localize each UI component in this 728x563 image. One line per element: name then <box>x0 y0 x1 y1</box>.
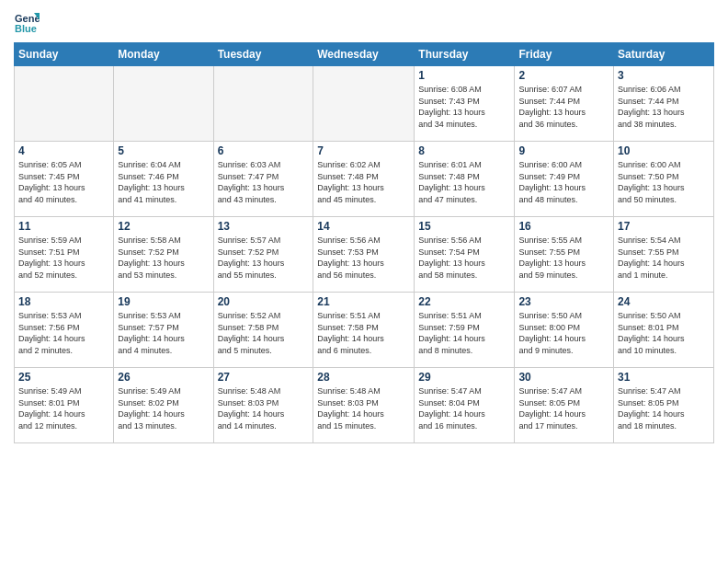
day-number: 5 <box>118 144 209 157</box>
calendar-cell: 15Sunrise: 5:56 AM Sunset: 7:54 PM Dayli… <box>415 217 515 293</box>
calendar-table: SundayMondayTuesdayWednesdayThursdayFrid… <box>14 42 714 443</box>
day-info: Sunrise: 5:48 AM Sunset: 8:03 PM Dayligh… <box>317 385 410 431</box>
day-number: 28 <box>317 371 410 384</box>
calendar-cell: 23Sunrise: 5:50 AM Sunset: 8:00 PM Dayli… <box>515 293 614 368</box>
calendar-cell <box>213 66 313 142</box>
day-number: 6 <box>218 144 310 157</box>
day-number: 3 <box>618 69 710 82</box>
day-info: Sunrise: 5:48 AM Sunset: 8:03 PM Dayligh… <box>218 385 310 431</box>
day-info: Sunrise: 5:50 AM Sunset: 8:00 PM Dayligh… <box>518 310 609 356</box>
calendar-cell <box>313 66 415 142</box>
weekday-sunday: Sunday <box>15 43 114 66</box>
day-info: Sunrise: 5:54 AM Sunset: 7:55 PM Dayligh… <box>618 235 710 281</box>
day-number: 4 <box>18 144 109 157</box>
day-info: Sunrise: 5:55 AM Sunset: 7:55 PM Dayligh… <box>518 235 609 281</box>
day-number: 15 <box>418 220 510 233</box>
day-number: 27 <box>218 371 310 384</box>
week-row-1: 4Sunrise: 6:05 AM Sunset: 7:45 PM Daylig… <box>15 142 714 217</box>
weekday-header-row: SundayMondayTuesdayWednesdayThursdayFrid… <box>15 43 714 66</box>
header: General Blue <box>14 9 714 35</box>
weekday-wednesday: Wednesday <box>313 43 415 66</box>
calendar-cell: 25Sunrise: 5:49 AM Sunset: 8:01 PM Dayli… <box>15 368 114 443</box>
page: General Blue SundayMondayTuesdayWednesda… <box>0 0 728 563</box>
calendar-cell: 14Sunrise: 5:56 AM Sunset: 7:53 PM Dayli… <box>313 217 415 293</box>
day-info: Sunrise: 5:58 AM Sunset: 7:52 PM Dayligh… <box>118 235 209 281</box>
day-info: Sunrise: 6:00 AM Sunset: 7:49 PM Dayligh… <box>518 159 609 205</box>
logo: General Blue <box>14 9 43 35</box>
day-info: Sunrise: 5:47 AM Sunset: 8:05 PM Dayligh… <box>518 385 609 431</box>
weekday-thursday: Thursday <box>415 43 515 66</box>
day-info: Sunrise: 6:01 AM Sunset: 7:48 PM Dayligh… <box>418 159 510 205</box>
day-info: Sunrise: 5:56 AM Sunset: 7:54 PM Dayligh… <box>418 235 510 281</box>
day-info: Sunrise: 6:08 AM Sunset: 7:43 PM Dayligh… <box>418 84 510 130</box>
day-number: 25 <box>18 371 109 384</box>
day-info: Sunrise: 6:06 AM Sunset: 7:44 PM Dayligh… <box>618 84 710 130</box>
day-info: Sunrise: 5:52 AM Sunset: 7:58 PM Dayligh… <box>218 310 310 356</box>
day-info: Sunrise: 6:00 AM Sunset: 7:50 PM Dayligh… <box>618 159 710 205</box>
calendar-cell: 19Sunrise: 5:53 AM Sunset: 7:57 PM Dayli… <box>114 293 213 368</box>
calendar-cell: 27Sunrise: 5:48 AM Sunset: 8:03 PM Dayli… <box>213 368 313 443</box>
day-number: 10 <box>618 144 710 157</box>
calendar-cell: 6Sunrise: 6:03 AM Sunset: 7:47 PM Daylig… <box>213 142 313 217</box>
day-info: Sunrise: 5:50 AM Sunset: 8:01 PM Dayligh… <box>618 310 710 356</box>
day-number: 14 <box>317 220 410 233</box>
calendar-cell: 28Sunrise: 5:48 AM Sunset: 8:03 PM Dayli… <box>313 368 415 443</box>
day-info: Sunrise: 5:53 AM Sunset: 7:57 PM Dayligh… <box>118 310 209 356</box>
calendar-cell: 11Sunrise: 5:59 AM Sunset: 7:51 PM Dayli… <box>15 217 114 293</box>
weekday-tuesday: Tuesday <box>213 43 313 66</box>
day-info: Sunrise: 5:51 AM Sunset: 7:58 PM Dayligh… <box>317 310 410 356</box>
calendar-cell: 2Sunrise: 6:07 AM Sunset: 7:44 PM Daylig… <box>515 66 614 142</box>
day-number: 8 <box>418 144 510 157</box>
calendar-cell: 7Sunrise: 6:02 AM Sunset: 7:48 PM Daylig… <box>313 142 415 217</box>
day-number: 23 <box>518 295 609 308</box>
day-number: 18 <box>18 295 109 308</box>
calendar-cell: 30Sunrise: 5:47 AM Sunset: 8:05 PM Dayli… <box>515 368 614 443</box>
day-info: Sunrise: 5:56 AM Sunset: 7:53 PM Dayligh… <box>317 235 410 281</box>
day-info: Sunrise: 6:07 AM Sunset: 7:44 PM Dayligh… <box>518 84 609 130</box>
weekday-saturday: Saturday <box>614 43 714 66</box>
day-number: 26 <box>118 371 209 384</box>
calendar-cell <box>15 66 114 142</box>
day-info: Sunrise: 5:57 AM Sunset: 7:52 PM Dayligh… <box>218 235 310 281</box>
day-info: Sunrise: 5:53 AM Sunset: 7:56 PM Dayligh… <box>18 310 109 356</box>
day-number: 31 <box>618 371 710 384</box>
calendar-cell: 3Sunrise: 6:06 AM Sunset: 7:44 PM Daylig… <box>614 66 714 142</box>
calendar-cell: 21Sunrise: 5:51 AM Sunset: 7:58 PM Dayli… <box>313 293 415 368</box>
day-number: 1 <box>418 69 510 82</box>
calendar-cell: 13Sunrise: 5:57 AM Sunset: 7:52 PM Dayli… <box>213 217 313 293</box>
calendar-cell: 12Sunrise: 5:58 AM Sunset: 7:52 PM Dayli… <box>114 217 213 293</box>
calendar-cell: 10Sunrise: 6:00 AM Sunset: 7:50 PM Dayli… <box>614 142 714 217</box>
calendar-cell: 5Sunrise: 6:04 AM Sunset: 7:46 PM Daylig… <box>114 142 213 217</box>
day-info: Sunrise: 6:04 AM Sunset: 7:46 PM Dayligh… <box>118 159 209 205</box>
day-number: 12 <box>118 220 209 233</box>
day-number: 9 <box>518 144 609 157</box>
week-row-0: 1Sunrise: 6:08 AM Sunset: 7:43 PM Daylig… <box>15 66 714 142</box>
calendar-cell: 22Sunrise: 5:51 AM Sunset: 7:59 PM Dayli… <box>415 293 515 368</box>
day-info: Sunrise: 5:49 AM Sunset: 8:01 PM Dayligh… <box>18 385 109 431</box>
logo-icon: General Blue <box>14 9 40 35</box>
svg-text:Blue: Blue <box>15 23 37 34</box>
calendar-cell: 24Sunrise: 5:50 AM Sunset: 8:01 PM Dayli… <box>614 293 714 368</box>
day-info: Sunrise: 5:51 AM Sunset: 7:59 PM Dayligh… <box>418 310 510 356</box>
calendar-cell: 9Sunrise: 6:00 AM Sunset: 7:49 PM Daylig… <box>515 142 614 217</box>
day-number: 30 <box>518 371 609 384</box>
weekday-friday: Friday <box>515 43 614 66</box>
day-info: Sunrise: 5:49 AM Sunset: 8:02 PM Dayligh… <box>118 385 209 431</box>
week-row-3: 18Sunrise: 5:53 AM Sunset: 7:56 PM Dayli… <box>15 293 714 368</box>
day-info: Sunrise: 5:59 AM Sunset: 7:51 PM Dayligh… <box>18 235 109 281</box>
calendar-cell: 20Sunrise: 5:52 AM Sunset: 7:58 PM Dayli… <box>213 293 313 368</box>
calendar-cell: 17Sunrise: 5:54 AM Sunset: 7:55 PM Dayli… <box>614 217 714 293</box>
day-info: Sunrise: 6:05 AM Sunset: 7:45 PM Dayligh… <box>18 159 109 205</box>
week-row-4: 25Sunrise: 5:49 AM Sunset: 8:01 PM Dayli… <box>15 368 714 443</box>
day-number: 19 <box>118 295 209 308</box>
day-info: Sunrise: 5:47 AM Sunset: 8:05 PM Dayligh… <box>618 385 710 431</box>
day-number: 16 <box>518 220 609 233</box>
calendar-cell: 18Sunrise: 5:53 AM Sunset: 7:56 PM Dayli… <box>15 293 114 368</box>
calendar-cell: 8Sunrise: 6:01 AM Sunset: 7:48 PM Daylig… <box>415 142 515 217</box>
calendar-cell: 26Sunrise: 5:49 AM Sunset: 8:02 PM Dayli… <box>114 368 213 443</box>
calendar-body: 1Sunrise: 6:08 AM Sunset: 7:43 PM Daylig… <box>15 66 714 443</box>
day-number: 22 <box>418 295 510 308</box>
day-number: 17 <box>618 220 710 233</box>
day-number: 13 <box>218 220 310 233</box>
calendar-cell: 1Sunrise: 6:08 AM Sunset: 7:43 PM Daylig… <box>415 66 515 142</box>
